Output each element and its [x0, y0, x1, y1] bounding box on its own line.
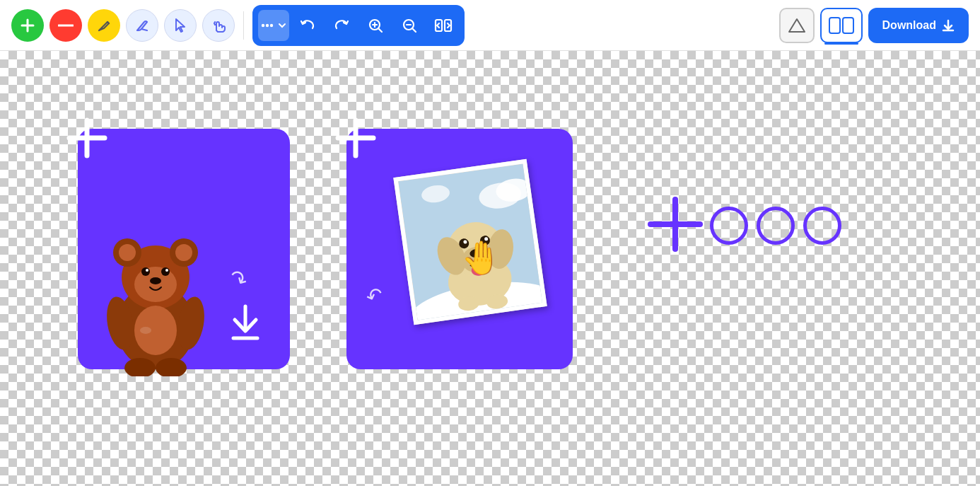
slot2-add-icon — [331, 113, 380, 166]
float-add-icon[interactable] — [643, 192, 707, 259]
svg-point-36 — [141, 267, 150, 276]
canvas-area: ↷ — [0, 51, 980, 486]
dot-2 — [757, 207, 795, 245]
pen-button[interactable] — [88, 9, 120, 42]
svg-point-46 — [140, 327, 151, 334]
dot-1 — [710, 207, 748, 245]
download-button[interactable]: Download — [868, 8, 969, 43]
svg-point-8 — [262, 23, 264, 26]
more-options-button[interactable] — [258, 10, 289, 41]
svg-line-3 — [107, 22, 109, 23]
dots-row — [710, 207, 841, 245]
dot-3 — [803, 207, 841, 245]
svg-line-14 — [378, 28, 382, 32]
svg-line-17 — [412, 28, 416, 32]
hand-cursor-icon: 🤚 — [461, 238, 501, 277]
svg-line-4 — [141, 29, 147, 30]
svg-line-7 — [214, 22, 215, 23]
slot2-curve-arrow: ↷ — [363, 282, 386, 310]
redo-button[interactable] — [326, 10, 357, 41]
svg-point-38 — [146, 269, 148, 272]
triangle-button[interactable] — [779, 8, 815, 43]
eraser-button[interactable] — [126, 9, 158, 42]
add-button[interactable] — [11, 9, 44, 42]
float-right-controls — [643, 192, 841, 259]
download-label: Download — [882, 19, 936, 32]
svg-rect-21 — [829, 18, 840, 33]
zoom-out-button[interactable] — [394, 10, 425, 41]
right-controls: Download — [779, 8, 969, 43]
image-slot-1[interactable]: ↷ — [78, 129, 290, 369]
svg-point-34 — [175, 244, 192, 261]
remove-button[interactable] — [49, 9, 82, 42]
slot1-download-icon — [228, 303, 263, 345]
svg-point-39 — [165, 269, 168, 272]
separator1 — [243, 11, 244, 40]
image-slot-2[interactable]: ↷ — [346, 129, 573, 369]
compare-button[interactable] — [820, 8, 863, 43]
fit-button[interactable] — [428, 10, 459, 41]
svg-rect-22 — [843, 18, 853, 33]
slot1-add-icon — [62, 113, 112, 166]
hand-button[interactable] — [202, 9, 235, 42]
svg-point-40 — [150, 277, 161, 284]
svg-point-37 — [161, 267, 170, 276]
toolbar: Download — [0, 0, 980, 51]
svg-point-9 — [266, 23, 269, 26]
action-group — [252, 5, 465, 46]
zoom-in-button[interactable] — [360, 10, 391, 41]
slot1-curve-arrow: ↷ — [225, 264, 252, 294]
svg-point-32 — [119, 244, 136, 261]
svg-marker-20 — [789, 19, 805, 32]
select-button[interactable] — [164, 9, 197, 42]
undo-button[interactable] — [292, 10, 323, 41]
svg-point-10 — [270, 23, 273, 26]
teddy-bear-image — [92, 207, 219, 369]
